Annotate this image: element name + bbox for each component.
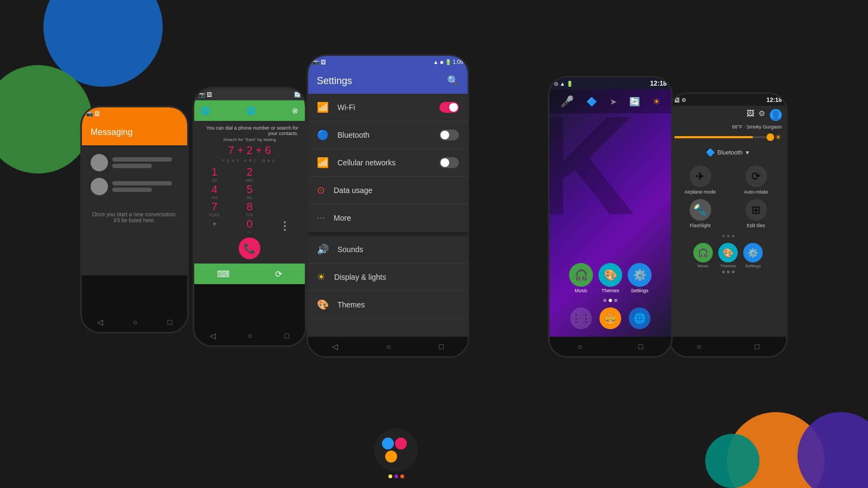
settings-more[interactable]: ··· More [308, 204, 468, 232]
phone2-home-icon[interactable]: ○ [248, 331, 252, 340]
logo-small-dot-purple [394, 474, 398, 478]
phone5-status-bar: 🖼 ⚙ 12:18 [670, 94, 786, 106]
dot2-active [609, 299, 612, 302]
home-icon[interactable]: ○ [133, 318, 137, 326]
brightness-fill [674, 136, 753, 138]
flashlight-icon: 🔦 [690, 199, 711, 221]
recents-icon[interactable]: □ [168, 318, 172, 326]
phone2-keypad-tab[interactable]: ⌨ [217, 269, 229, 279]
settings-display[interactable]: ☀ Display & lights [308, 264, 468, 291]
settings-title: Settings [317, 75, 352, 87]
music-icon-circle: 🎧 [569, 263, 593, 287]
brightness-bar[interactable] [674, 136, 773, 138]
qs-settings-icon[interactable]: ⚙ [758, 109, 765, 121]
homescreen-phone: ⊖ ▲ 🔋 12:18 K 🎤 🔷 ➤ 🔄 ☀ 🎧 Music 🎨 [548, 76, 673, 358]
qs-autorotate[interactable]: ⟳ Auto-rotate [730, 165, 782, 195]
settings-icon-circle: ⚙️ [628, 263, 652, 287]
key-5[interactable]: 5 JKL [233, 183, 267, 200]
settings-sounds[interactable]: 🔊 Sounds [308, 236, 468, 264]
wifi-icon: 📶 [317, 101, 329, 113]
brightness-row: ☀ [670, 133, 786, 146]
settings-divider [308, 232, 468, 236]
phone5-themes[interactable]: 🎨 Themes [718, 243, 738, 268]
bluetooth-text[interactable]: Bluetooth [717, 149, 742, 156]
logo-small-dots [388, 474, 404, 478]
display-icon: ☀ [317, 271, 326, 283]
phone2-recents-icon[interactable]: □ [284, 331, 289, 340]
phone5-home-nav[interactable]: ○ [697, 342, 701, 351]
key-1[interactable]: 1 QD [197, 166, 232, 182]
cellular-icon: 📶 [317, 157, 329, 169]
phone4-themes-app[interactable]: 🎨 Themes [598, 263, 622, 293]
dialer-phone: 📷 🖼 🔄 🌐 🌐 ⊗ You can dial a phone number … [193, 87, 307, 347]
more-icon: ··· [317, 212, 325, 223]
back-icon[interactable]: ◁ [97, 318, 103, 326]
bottom-app3[interactable]: 🌐 [629, 307, 650, 329]
data-label: Data usage [334, 186, 459, 195]
contact-lines-2 [112, 181, 178, 192]
bottom-app2[interactable]: 🍔 [599, 307, 621, 329]
phone5-time: 12:18 [767, 97, 782, 103]
logo-dot-pink [395, 438, 407, 450]
logo-small-dot-red [400, 474, 404, 478]
phone2-recents-tab[interactable]: ⟳ [275, 269, 282, 279]
settings-data[interactable]: ⊙ Data usage [308, 177, 468, 204]
cellular-toggle[interactable] [439, 157, 459, 168]
qs-user-icon[interactable]: 👤 [770, 109, 782, 121]
display-label: Display & lights [334, 273, 459, 281]
messaging-phone: 📷 🖼 Messaging Once you start a new conve [80, 106, 189, 333]
more-label: More [334, 214, 459, 222]
material-k: K [550, 95, 635, 236]
phone5-recents-nav[interactable]: □ [755, 342, 759, 351]
key-2[interactable]: 2 ABC [233, 166, 267, 182]
contact-line2-long [112, 181, 172, 185]
phone4-nav-bar: ○ □ [550, 337, 671, 356]
phone3-home-icon[interactable]: ○ [386, 342, 391, 351]
phone2-back-icon[interactable]: ◁ [210, 331, 216, 340]
dot3 [614, 299, 617, 302]
bluetooth-toggle[interactable] [439, 130, 459, 140]
key-star[interactable]: * [197, 218, 232, 234]
phone3-status-right: ▲ ■ 🔋 1:06 [433, 59, 463, 65]
phone4-music-app[interactable]: 🎧 Music [569, 263, 593, 293]
phone4-back-icon[interactable]: ○ [578, 342, 582, 351]
phone5-settings[interactable]: ⚙️ Settings [743, 243, 763, 268]
settings-cellular[interactable]: 📶 Cellular networks [308, 149, 468, 177]
settings-bluetooth[interactable]: 🔵 Bluetooth [308, 121, 468, 149]
key-dots[interactable] [267, 218, 302, 234]
settings-themes[interactable]: 🎨 Themes [308, 291, 468, 319]
key-4[interactable]: 4 GHI [197, 183, 232, 200]
contact-lines-1 [112, 157, 178, 168]
phone1-empty-text: Once you start a new conversation, it'll… [91, 211, 178, 223]
key-8[interactable]: 8 TUV [233, 201, 267, 217]
qs-airplane[interactable]: ✈ Airplane mode [674, 165, 726, 195]
key-7[interactable]: 7 PQRS [197, 201, 232, 217]
bottom-app1[interactable]: ⋮⋮ [570, 307, 592, 329]
phone3-recents-icon[interactable]: □ [439, 342, 443, 351]
key-0[interactable]: 0 + [233, 218, 267, 234]
qs-flashlight[interactable]: 🔦 Flashlight [674, 199, 726, 228]
phone3-back-icon[interactable]: ◁ [332, 342, 338, 351]
qs-tiles-grid: ✈ Airplane mode ⟳ Auto-rotate 🔦 Flashlig… [670, 161, 786, 233]
settings-wifi[interactable]: 📶 Wi-Fi [308, 94, 468, 121]
phone5-music[interactable]: 🎧 Music [693, 243, 713, 268]
search-icon[interactable]: 🔍 [447, 75, 459, 87]
avatar-1 [91, 154, 108, 171]
flashlight-label: Flashlight [690, 223, 711, 228]
phone2-dial-area: 📞 [194, 237, 305, 264]
phone4-settings-app[interactable]: ⚙️ Settings [628, 263, 652, 293]
qs-edit-tiles[interactable]: ⊞ Edit tiles [730, 199, 782, 228]
phone5-status-left: 🖼 ⚙ [674, 97, 686, 103]
wifi-toggle[interactable] [439, 102, 459, 113]
phone1-app-bar: Messaging [82, 119, 187, 145]
weather-text: 68°F · Smoky Gurgaon [670, 124, 786, 133]
phone5-home-icons: 🎧 Music 🎨 Themes ⚙️ Settings [670, 240, 786, 277]
logo-circle [374, 428, 418, 472]
phone4-home-icon[interactable]: □ [639, 342, 643, 351]
bt-dropdown-icon[interactable]: ▼ [745, 150, 750, 156]
dial-button[interactable]: 📞 [239, 237, 260, 259]
sounds-icon: 🔊 [317, 243, 329, 255]
key-6 [267, 183, 302, 200]
music-label: Music [575, 288, 588, 293]
phone2-hint: You can dial a phone number or search fo… [194, 121, 305, 137]
